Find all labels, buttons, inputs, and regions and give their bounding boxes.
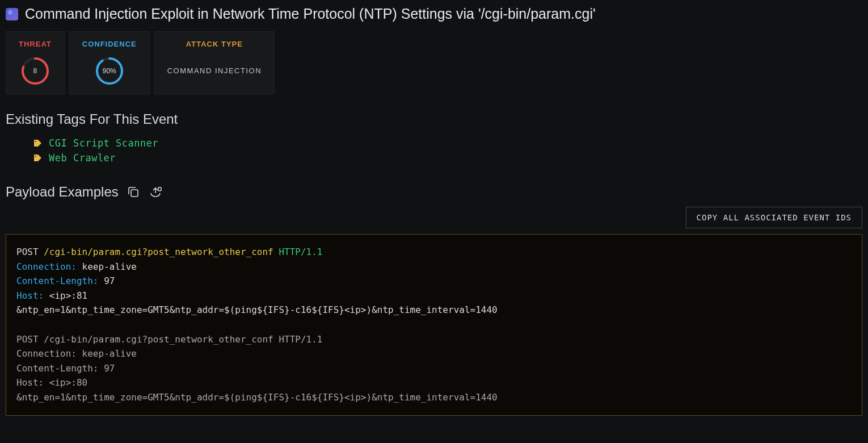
- confidence-value: 90%: [103, 67, 116, 75]
- attack-type-card: ATTACK TYPE COMMAND INJECTION: [154, 31, 275, 94]
- threat-card: THREAT 8: [6, 31, 65, 94]
- summary-cards: THREAT 8 CONFIDENCE 90% ATTACK TYPE COMM…: [6, 31, 862, 94]
- copy-row: COPY ALL ASSOCIATED EVENT IDS: [6, 207, 862, 228]
- threat-value: 8: [33, 67, 37, 75]
- confidence-label: CONFIDENCE: [82, 40, 137, 48]
- payload-heading: Payload Examples: [6, 184, 119, 200]
- copy-all-ids-button[interactable]: COPY ALL ASSOCIATED EVENT IDS: [686, 207, 862, 228]
- attack-type-value: COMMAND INJECTION: [167, 66, 262, 75]
- tag-icon: [33, 139, 42, 148]
- tags-heading: Existing Tags For This Event: [6, 111, 862, 127]
- svg-rect-6: [131, 190, 138, 197]
- payload-header: Payload Examples: [6, 184, 862, 200]
- payload-code-block: POST /cgi-bin/param.cgi?post_network_oth…: [6, 234, 862, 416]
- svg-point-5: [35, 156, 36, 157]
- confidence-card: CONFIDENCE 90%: [69, 31, 150, 94]
- svg-point-4: [35, 141, 36, 142]
- confidence-ring: 90%: [95, 56, 124, 86]
- tag-item[interactable]: Web Crawler: [33, 152, 862, 164]
- threat-label: THREAT: [19, 40, 52, 48]
- page-header: Command Injection Exploit in Network Tim…: [6, 6, 862, 22]
- tag-label: CGI Script Scanner: [49, 137, 158, 149]
- copy-icon[interactable]: [127, 185, 140, 199]
- tag-label: Web Crawler: [49, 152, 116, 164]
- svg-rect-7: [158, 187, 161, 191]
- export-icon[interactable]: [148, 185, 162, 199]
- app-icon: [6, 8, 18, 20]
- threat-ring: 8: [20, 56, 50, 86]
- page-title: Command Injection Exploit in Network Tim…: [25, 6, 596, 22]
- tags-list: CGI Script ScannerWeb Crawler: [33, 137, 862, 164]
- tag-item[interactable]: CGI Script Scanner: [33, 137, 862, 149]
- attack-type-label: ATTACK TYPE: [186, 40, 243, 48]
- tag-icon: [33, 153, 42, 162]
